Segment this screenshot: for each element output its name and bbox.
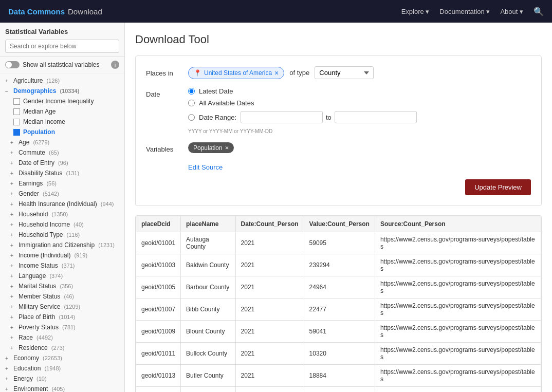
sidebar-item-earnings[interactable]: + Earnings (56): [0, 178, 124, 189]
sidebar-item-health-insurance[interactable]: + Health Insurance (Individual) (944): [0, 199, 124, 209]
category-label: Poverty Status: [19, 324, 59, 331]
sidebar-item-language[interactable]: + Language (374): [0, 271, 124, 281]
category-label: Member Status: [19, 293, 60, 300]
about-link[interactable]: About ▾: [500, 8, 523, 15]
cell-date: 2021: [235, 343, 304, 365]
sidebar-child-gender-income[interactable]: Gender Income Inequality: [5, 96, 124, 106]
checkbox-median-age[interactable]: [13, 108, 20, 115]
sidebar-item-income-status[interactable]: + Income Status (371): [0, 260, 124, 271]
all-dates-radio[interactable]: [188, 100, 195, 106]
col-value: Value:Count_Person: [304, 216, 375, 232]
date-from-input[interactable]: [241, 111, 323, 123]
cell-ellipsis: ...: [375, 387, 541, 393]
variable-remove-button[interactable]: ×: [225, 144, 229, 152]
sidebar-item-date-of-entry[interactable]: + Date of Entry (96): [0, 158, 124, 168]
latest-date-radio[interactable]: [188, 88, 195, 95]
sidebar-item-age[interactable]: + Age (6279): [0, 137, 124, 147]
latest-date-label: Latest Date: [199, 87, 233, 95]
category-label: Agriculture: [13, 77, 43, 84]
sidebar-item-poverty-status[interactable]: + Poverty Status (781): [0, 322, 124, 332]
cell-value: 22477: [304, 298, 375, 321]
expand-icon: +: [10, 232, 16, 238]
place-tag: 📍 United States of America ×: [188, 67, 284, 79]
expand-icon: +: [10, 304, 16, 310]
category-count: (273): [50, 345, 65, 351]
sidebar-child-median-age[interactable]: Median Age: [5, 106, 124, 117]
sidebar-item-member-status[interactable]: + Member Status (46): [0, 291, 124, 302]
category-count: (1948): [43, 365, 61, 371]
category-count: (56): [45, 180, 57, 186]
sidebar-item-household-type[interactable]: + Household Type (116): [0, 230, 124, 240]
category-label: Marital Status: [19, 283, 56, 290]
cell-ellipsis: ...: [181, 387, 235, 393]
all-dates-row: All Available Dates: [188, 99, 417, 107]
page-title: Download Tool: [135, 33, 542, 46]
variables-control: Population ×: [188, 142, 531, 153]
cell-value: 10320: [304, 343, 375, 365]
cell-placename: Baldwin County: [181, 254, 235, 276]
sidebar-item-household-income[interactable]: + Household Income (40): [0, 219, 124, 230]
sidebar-item-commute[interactable]: + Commute (65): [0, 147, 124, 158]
cell-placedcid: geoid/01005: [136, 276, 181, 298]
sidebar-item-household[interactable]: + Household (1350): [0, 209, 124, 219]
pin-icon: 📍: [194, 69, 201, 77]
category-label: Household Type: [19, 231, 63, 238]
sidebar-item-agriculture[interactable]: + Agriculture (126): [0, 76, 124, 86]
table-row: geoid/01001 Autauga County 2021 59095 ht…: [136, 232, 541, 254]
checkbox-population[interactable]: [13, 129, 20, 136]
category-count: (6279): [31, 139, 49, 145]
category-count: (781): [61, 324, 76, 330]
cell-source: https://www2.census.gov/programs-surveys…: [375, 298, 541, 321]
checkbox-median-income[interactable]: [13, 119, 20, 125]
category-count: (371): [60, 263, 75, 269]
sidebar-item-education[interactable]: + Education (1948): [0, 363, 124, 374]
table-row: geoid/01009 Blount County 2021 59041 htt…: [136, 321, 541, 343]
sidebar-item-income-individual[interactable]: + Income (Individual) (919): [0, 250, 124, 260]
category-label: Household Income: [19, 221, 70, 228]
category-label: Environment: [13, 385, 48, 392]
sidebar-item-military[interactable]: + Military Service (1209): [0, 302, 124, 312]
date-to-input[interactable]: [335, 111, 417, 123]
sidebar-item-energy[interactable]: + Energy (10): [0, 374, 124, 384]
sidebar-item-race[interactable]: + Race (4492): [0, 332, 124, 343]
update-preview-button[interactable]: Update Preview: [465, 179, 531, 195]
explore-link[interactable]: Explore ▾: [401, 8, 430, 15]
cell-date: 2021: [235, 254, 304, 276]
sidebar-item-gender[interactable]: + Gender (5142): [0, 189, 124, 199]
edit-source-link[interactable]: Edit Source: [188, 163, 223, 171]
category-count: (40): [72, 221, 84, 228]
table-row: geoid/01007 Bibb County 2021 22477 https…: [136, 298, 541, 321]
cell-placedcid: geoid/01009: [136, 321, 181, 343]
info-icon[interactable]: i: [111, 61, 119, 69]
expand-icon: +: [10, 335, 16, 341]
sidebar-item-economy[interactable]: + Economy (22653): [0, 353, 124, 363]
sidebar-item-residence[interactable]: + Residence (273): [0, 343, 124, 353]
table-header: placeDcid placeName Date:Count_Person Va…: [136, 216, 541, 232]
expand-icon: +: [10, 222, 16, 228]
search-button[interactable]: 🔍: [533, 7, 544, 16]
show-all-toggle[interactable]: [5, 61, 20, 68]
sidebar-item-demographics[interactable]: – Demographics (10334): [0, 86, 124, 96]
variable-tag: Population ×: [188, 142, 234, 153]
expand-icon: +: [5, 376, 11, 382]
expand-icon: +: [10, 263, 16, 269]
sidebar-child-median-income[interactable]: Median Income: [5, 117, 124, 127]
cell-placedcid: geoid/01001: [136, 232, 181, 254]
sidebar-item-disability-status[interactable]: + Disability Status (131): [0, 168, 124, 178]
category-label: Demographics: [13, 87, 56, 95]
place-remove-button[interactable]: ×: [274, 69, 279, 77]
documentation-link[interactable]: Documentation ▾: [439, 8, 490, 15]
checkbox-gender-income[interactable]: [13, 98, 20, 105]
sidebar-item-place-of-birth[interactable]: + Place of Birth (1014): [0, 312, 124, 322]
child-label: Gender Income Inequality: [23, 98, 94, 105]
sidebar-item-marital-status[interactable]: + Marital Status (356): [0, 281, 124, 291]
search-input[interactable]: [5, 40, 119, 53]
category-count: (5142): [41, 191, 59, 197]
expand-icon: +: [5, 386, 11, 392]
type-select[interactable]: County State City Country Census Tract: [315, 66, 374, 79]
sidebar-child-population[interactable]: Population: [5, 127, 124, 137]
date-range-radio[interactable]: [188, 114, 195, 121]
sidebar-item-immigration[interactable]: + Immigration and Citizenship (1231): [0, 240, 124, 250]
cell-placename: Autauga County: [181, 232, 235, 254]
sidebar-item-environment[interactable]: + Environment (405): [0, 384, 124, 392]
